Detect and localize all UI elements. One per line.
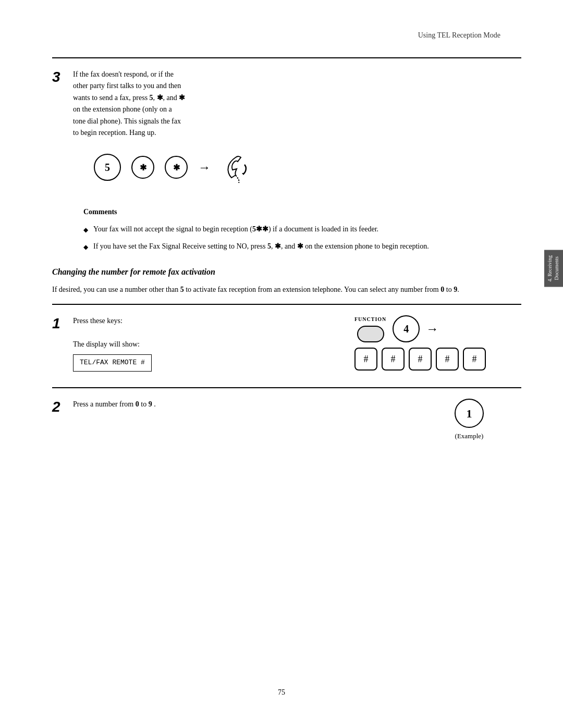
- bullet-text-1: Your fax will not accept the signal to b…: [93, 224, 378, 235]
- step3-text: If the fax doesn't respond, or if the ot…: [73, 69, 521, 196]
- divider-step2-top: [52, 387, 521, 388]
- step1-arrow: →: [426, 319, 438, 339]
- bullet-diamond-2: ◆: [83, 242, 88, 252]
- subheading: Changing the number for remote fax activ…: [52, 267, 521, 277]
- example-text: (Example): [455, 431, 484, 442]
- step1-display-box: TEL/FAX REMOTE #: [73, 354, 152, 372]
- step1-display-value: TEL/FAX REMOTE #: [80, 359, 145, 366]
- step1-content: Press these keys: The display will show:…: [73, 315, 521, 372]
- hash-key-3: #: [409, 348, 432, 371]
- divider-step1-top: [52, 304, 521, 305]
- step1-press-label: Press these keys:: [73, 315, 334, 327]
- chapter-tab-line2: Documents: [554, 257, 559, 281]
- chapter-tab: 4. Receiving Documents: [544, 250, 563, 287]
- step1-display-label: The display will show:: [73, 339, 334, 350]
- step2-section: 2 Press a number from 0 to 9 . 1 (Exampl…: [52, 399, 521, 442]
- hash-key-2: #: [382, 348, 405, 371]
- key-4-label: 4: [403, 320, 409, 337]
- bullet-item-2: ◆ If you have set the Fax Signal Receive…: [83, 241, 521, 252]
- step1-section: 1 Press these keys: The display will sho…: [52, 315, 521, 372]
- step3-content: If the fax doesn't respond, or if the ot…: [73, 69, 521, 252]
- bullet-text-2: If you have set the Fax Signal Receive s…: [93, 241, 429, 252]
- hash-key-1: #: [354, 348, 377, 371]
- key-star2: ✱: [165, 156, 188, 179]
- key-star1: ✱: [131, 156, 154, 179]
- step2-right: 1 (Example): [417, 399, 521, 442]
- step1-right: FUNCTION 4 → # # #: [354, 315, 521, 371]
- key-5-label: 5: [105, 159, 110, 176]
- bullet-item-1: ◆ Your fax will not accept the signal to…: [83, 224, 521, 235]
- function-oval: [357, 326, 384, 342]
- page-header: Using TEL Reception Mode: [418, 31, 500, 40]
- comments-section: Comments ◆ Your fax will not accept the …: [73, 206, 521, 251]
- section-intro-text: If desired, you can use a number other t…: [52, 284, 521, 295]
- comments-title: Comments: [83, 206, 521, 218]
- arrow-to-phone: →: [198, 157, 211, 177]
- main-content: 3 If the fax doesn't respond, or if the …: [52, 57, 521, 458]
- step1-number: 1: [52, 315, 60, 332]
- page-container: Using TEL Reception Mode 4. Receiving Do…: [0, 0, 563, 728]
- svg-marker-0: [242, 173, 245, 175]
- step2-number: 2: [52, 399, 60, 415]
- header-title: Using TEL Reception Mode: [418, 31, 500, 39]
- step2-content: Press a number from 0 to 9 . 1 (Example): [73, 399, 521, 442]
- function-key-group: FUNCTION: [354, 315, 386, 342]
- function-label: FUNCTION: [354, 315, 386, 324]
- step3-paragraph: If the fax doesn't respond, or if the ot…: [73, 69, 521, 139]
- chapter-tab-line1: 4. Receiving: [547, 255, 553, 282]
- page-number: 75: [278, 688, 285, 697]
- step2-text: Press a number from 0 to 9 .: [73, 399, 396, 410]
- hash-keys-row: # # # # #: [354, 348, 521, 371]
- hash-key-4: #: [436, 348, 459, 371]
- step3-number: 3: [52, 69, 60, 85]
- step1-inner: Press these keys: The display will show:…: [73, 315, 521, 372]
- phone-illustration: [221, 149, 258, 186]
- key-1-example: 1: [455, 399, 484, 428]
- key-star1-label: ✱: [140, 161, 146, 175]
- key-star2-label: ✱: [173, 161, 180, 175]
- step1-left: Press these keys: The display will show:…: [73, 315, 334, 372]
- step3-section: 3 If the fax doesn't respond, or if the …: [52, 69, 521, 252]
- step3-layout: If the fax doesn't respond, or if the ot…: [73, 69, 521, 196]
- function-key-row: FUNCTION 4 →: [354, 315, 521, 342]
- key-1-label: 1: [467, 404, 472, 423]
- hash-key-5: #: [463, 348, 486, 371]
- step2-inner: Press a number from 0 to 9 . 1 (Example): [73, 399, 521, 442]
- bullet-diamond-1: ◆: [83, 225, 88, 235]
- key-4: 4: [393, 315, 420, 342]
- step3-diagram-row: 5 ✱ ✱ →: [94, 149, 521, 186]
- divider-step3-top: [52, 57, 521, 58]
- step2-left: Press a number from 0 to 9 .: [73, 399, 396, 410]
- key-5: 5: [94, 154, 121, 181]
